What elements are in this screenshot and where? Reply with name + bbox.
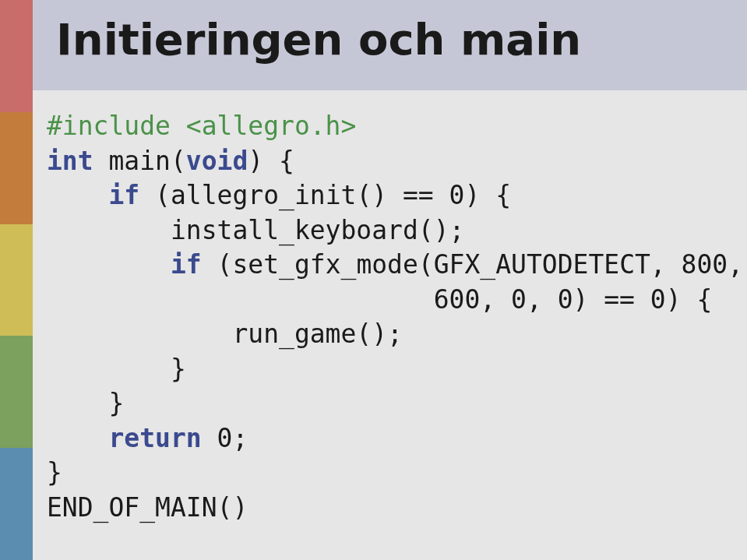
code-return: return [108,423,201,453]
code-text: install_keyboard(); [47,215,464,245]
code-indent [47,180,108,210]
code-text: } [47,354,186,384]
code-text: } [47,388,124,418]
code-text: run_game(); [47,319,403,349]
code-text: } [47,457,62,488]
code-text: END_OF_MAIN() [47,492,248,523]
slide-title: Initieringen och main [56,14,581,65]
code-block: #include <allegro.h> int main(void) { if… [47,109,743,526]
code-text: (allegro_init() == 0) { [139,180,511,210]
code-int: int [47,146,93,176]
slide: Initieringen och main #include <allegro.… [0,0,747,560]
code-include: #include <allegro.h> [47,111,356,141]
code-if: if [108,180,139,210]
side-color-bars [0,0,33,560]
code-indent [47,423,108,453]
code-indent [47,249,171,280]
code-text: 0; [202,423,248,453]
bar-green [0,336,33,448]
code-text: main( [93,146,186,176]
code-text: 600, 0, 0) == 0) { [47,284,712,315]
bar-blue [0,448,33,560]
code-if: if [171,249,202,280]
code-text: (set_gfx_mode(GFX_AUTODETECT, 800, [202,249,743,280]
code-void: void [186,146,248,176]
code-text: ) { [248,146,294,176]
bar-red [0,0,33,112]
bar-yellow [0,224,33,336]
bar-orange [0,112,33,224]
